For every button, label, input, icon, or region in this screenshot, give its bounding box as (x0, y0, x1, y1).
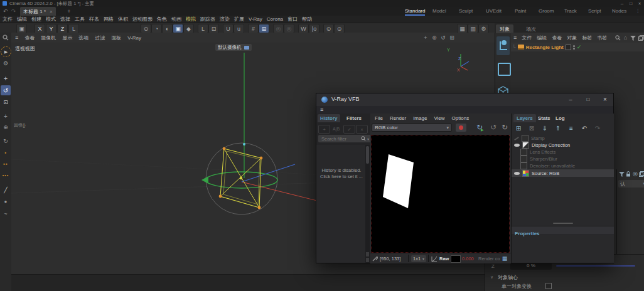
history-search-input[interactable] (320, 135, 353, 142)
om-menu-tags[interactable]: 标签 (582, 34, 592, 41)
history-list-area[interactable]: History is disabled. Click here to set i… (316, 145, 365, 263)
vfb-menu-image[interactable]: Image (413, 115, 427, 121)
new-tab-button[interactable]: + (65, 8, 73, 15)
viewport-camera-label[interactable]: 默认摄像机 (215, 44, 252, 51)
menu-edit[interactable]: 编辑 (17, 16, 27, 23)
layout-tab-groom[interactable]: Groom (539, 8, 554, 14)
om-menu-file[interactable]: 文件 (522, 34, 532, 41)
menu-create[interactable]: 创建 (31, 16, 41, 23)
add-layer-icon[interactable]: ⊞ (514, 124, 523, 132)
layer-row-display-correction[interactable]: Display Correction (512, 142, 614, 149)
vfb-menu-view[interactable]: View (434, 115, 444, 121)
vp-menu-display[interactable]: 显示 (62, 34, 72, 41)
layout-tab-sculpt[interactable]: Sculpt (459, 8, 473, 14)
plane-primitive-icon[interactable] (498, 63, 511, 76)
history-scrollbar-thumb[interactable] (366, 146, 369, 164)
vfb-titlebar[interactable]: V-Ray VFB – □ × (316, 93, 613, 107)
record-button[interactable] (456, 124, 466, 132)
channel-dropdown[interactable]: RGB color ▾ (372, 124, 452, 132)
am-popout-icon[interactable] (638, 171, 644, 177)
layout-tab-track[interactable]: Track (564, 8, 577, 14)
save-layers-icon[interactable]: ⇓ (540, 124, 549, 132)
render-picture-viewer-icon[interactable]: ▥ (468, 24, 478, 33)
menu-animate[interactable]: 动画 (171, 16, 181, 23)
om-menu-objects[interactable]: 对象 (567, 34, 577, 41)
target-dim-icon-2[interactable]: ◎ (284, 24, 294, 33)
grid-snap-active-icon[interactable]: ⊞ (259, 24, 269, 33)
am-filter-icon[interactable] (618, 171, 625, 177)
coordinate-system-icon[interactable]: L (68, 24, 79, 33)
vfb-hamburger-icon[interactable]: ≡ (320, 107, 323, 113)
history-compare-icon[interactable]: A|B (331, 125, 341, 132)
panel-splitter-handle[interactable] (553, 223, 573, 224)
snap-magnet-icon[interactable]: U (223, 24, 233, 33)
menu-volume[interactable]: 体积 (118, 16, 128, 23)
om-menu-edit[interactable]: 编辑 (537, 34, 547, 41)
menu-mesh[interactable]: 网格 (104, 16, 114, 23)
shaded-sphere-icon[interactable]: ◐ (162, 24, 173, 33)
history-message-line2[interactable]: Click here to set it ... (318, 174, 365, 179)
menu-mograph[interactable]: 运动图形 (132, 16, 153, 23)
layout-overflow-icon[interactable]: ⋮ (635, 8, 640, 14)
tab-close-icon[interactable]: × (50, 9, 53, 14)
om-search-icon[interactable] (614, 34, 621, 41)
spline-arc-icon[interactable]: ~ (1, 209, 10, 218)
vfb-close-button[interactable]: × (597, 93, 613, 105)
history-search-caret-icon[interactable]: ▾ (367, 137, 369, 141)
spline-pen-icon[interactable]: ╱ (1, 186, 10, 194)
rotate-tool-active-icon[interactable]: ↺ (1, 85, 11, 95)
record-circle-icon-2[interactable]: ⊙ (334, 24, 345, 33)
vp-menu-filter[interactable]: 过滤 (95, 34, 105, 41)
rotate-view-icon[interactable]: ↺ (439, 34, 447, 41)
minimize-button[interactable]: – (618, 0, 626, 6)
find-icon[interactable] (2, 34, 9, 41)
vfb-tab-log[interactable]: Log (553, 114, 567, 122)
zoom-view-icon[interactable]: ⊕ (431, 34, 438, 41)
snap-magnet-small-icon[interactable]: u (233, 24, 244, 33)
vfb-menu-file[interactable]: File (375, 115, 383, 121)
menu-select[interactable]: 选择 (60, 16, 70, 23)
menu-extensions[interactable]: 扩展 (234, 16, 244, 23)
tab-takes[interactable]: 场次 (522, 24, 540, 33)
object-row-rectangle-light[interactable]: └ Rectangle Light ✓ (511, 43, 644, 51)
menu-tracker[interactable]: 跟踪器 (200, 16, 215, 23)
om-filter-icon[interactable] (630, 34, 636, 41)
tab-objects[interactable]: 对象 (496, 24, 513, 33)
history-save-icon[interactable]: + (318, 125, 330, 134)
pen-sphere-icon[interactable]: ◆ (183, 24, 194, 33)
vfb-minimize-button[interactable]: – (563, 93, 578, 105)
om-menu-bookmarks[interactable]: 书签 (597, 34, 607, 41)
history-apply-icon[interactable]: ✓ (343, 125, 355, 134)
close-button[interactable]: × (635, 0, 644, 6)
menu-file[interactable]: 文件 (3, 16, 13, 23)
selection-gear-icon[interactable]: ⚙ (1, 59, 10, 68)
vp-menu-options[interactable]: 选项 (78, 34, 89, 41)
points-mode-icon[interactable]: ▪ (1, 148, 10, 157)
layout-tab-standard[interactable]: Standard (405, 8, 425, 16)
layout-tab-script[interactable]: Script (588, 8, 601, 14)
vfb-tab-history[interactable]: History (318, 114, 340, 122)
load-layers-icon[interactable]: ⇑ (554, 124, 562, 132)
orbit-icon[interactable]: ◔ (151, 24, 162, 33)
layer-row-stamp[interactable]: Stamp (512, 135, 614, 142)
vfb-tab-filters[interactable]: Filters (344, 114, 364, 122)
menu-spline[interactable]: 样条 (89, 16, 99, 23)
menu-tools[interactable]: 工具 (75, 16, 85, 23)
layout-tab-uvedit[interactable]: UVEdit (486, 8, 502, 14)
display-toggle-icon[interactable]: ▦ (501, 255, 508, 262)
move-tool-icon[interactable]: + (1, 74, 10, 83)
pan-view-icon[interactable]: + (422, 34, 429, 41)
layer-row-lens-effects[interactable]: Lens Effects (512, 149, 614, 156)
om-popout-icon[interactable] (638, 34, 644, 41)
history-delete-icon[interactable]: × (356, 125, 368, 134)
menu-help[interactable]: 帮助 (302, 16, 312, 23)
sphere-small-icon[interactable]: ● (1, 197, 10, 206)
menu-mode[interactable]: 模式 (46, 16, 56, 23)
object-dots-toggle[interactable] (573, 45, 575, 50)
corner-axis-icon[interactable]: L (198, 24, 208, 33)
vp-menu-vray[interactable]: V-Ray (127, 35, 141, 41)
object-name-label[interactable]: Rectangle Light (526, 45, 564, 50)
axis-workplane-icon[interactable] (496, 36, 510, 55)
history-search-box[interactable]: ▾ (318, 135, 371, 142)
layers-redo-icon[interactable]: ↷ (593, 124, 602, 132)
